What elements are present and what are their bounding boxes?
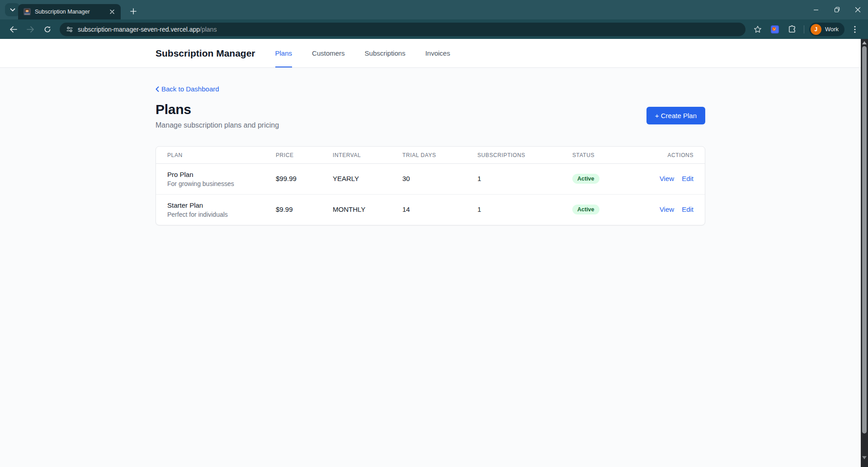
column-header-price: Price	[276, 147, 333, 164]
site-header: Subscription Manager Plans Customers Sub…	[0, 39, 861, 68]
scrollbar-thumb[interactable]	[862, 46, 867, 434]
table-row: Pro Plan For growing businesses $99.99 Y…	[156, 163, 705, 194]
new-tab-button[interactable]	[127, 5, 140, 18]
browser-tab[interactable]: Subscription Manager	[18, 4, 121, 19]
edit-link[interactable]: Edit	[682, 205, 693, 213]
edit-link[interactable]: Edit	[682, 175, 693, 182]
profile-chip[interactable]: J Work	[809, 23, 844, 36]
column-header-actions: Actions	[645, 147, 705, 164]
reload-button[interactable]	[40, 22, 55, 37]
view-link[interactable]: View	[660, 175, 674, 182]
page-title: Plans	[156, 102, 279, 117]
plans-table-card: Plan Price Interval Trial Days Subscript…	[156, 146, 705, 225]
column-header-plan: Plan	[156, 147, 276, 164]
plan-trial-days: 30	[402, 175, 410, 182]
chevron-left-icon	[156, 86, 159, 92]
page-scrollbar[interactable]	[861, 39, 868, 467]
plan-interval: YEARLY	[333, 175, 359, 182]
url-text: subscription-manager-seven-red.vercel.ap…	[78, 26, 217, 33]
address-bar[interactable]: subscription-manager-seven-red.vercel.ap…	[60, 23, 745, 36]
plan-price: $9.99	[276, 205, 293, 213]
browser-toolbar: subscription-manager-seven-red.vercel.ap…	[0, 19, 868, 39]
page-viewport: Subscription Manager Plans Customers Sub…	[0, 39, 861, 467]
plan-trial-days: 14	[402, 205, 410, 213]
plan-description: Perfect for individuals	[167, 211, 276, 218]
view-link[interactable]: View	[660, 205, 674, 213]
extension-app-icon[interactable]	[769, 23, 781, 36]
back-to-dashboard-link[interactable]: Back to Dashboard	[156, 85, 219, 93]
window-controls	[806, 0, 868, 19]
chevron-down-icon	[10, 8, 15, 12]
scrollbar-up-arrow[interactable]	[862, 41, 867, 44]
plan-price: $99.99	[276, 175, 297, 182]
column-header-interval: Interval	[333, 147, 402, 164]
create-plan-button[interactable]: + Create Plan	[646, 107, 705, 124]
column-header-trial-days: Trial Days	[402, 147, 477, 164]
profile-name: Work	[825, 26, 839, 33]
tab-title: Subscription Manager	[35, 9, 108, 15]
page-subtitle: Manage subscription plans and pricing	[156, 121, 279, 129]
minimize-button[interactable]	[806, 0, 826, 19]
plan-interval: MONTHLY	[333, 205, 365, 213]
tab-strip: Subscription Manager	[0, 0, 868, 19]
browser-window: Subscription Manager	[0, 0, 868, 467]
nav-tab-customers[interactable]: Customers	[312, 39, 345, 67]
plan-subscriptions: 1	[477, 205, 481, 213]
plan-description: For growing businesses	[167, 180, 276, 187]
bookmark-star-icon[interactable]	[751, 23, 764, 36]
toolbar-divider	[804, 25, 804, 33]
extensions-puzzle-icon[interactable]	[786, 23, 798, 36]
menu-kebab-icon[interactable]	[849, 23, 861, 36]
column-header-status: Status	[572, 147, 645, 164]
nav-tab-plans[interactable]: Plans	[275, 39, 292, 67]
plans-table: Plan Price Interval Trial Days Subscript…	[156, 147, 705, 225]
favicon	[24, 8, 31, 15]
plan-name: Starter Plan	[167, 201, 276, 209]
table-row: Starter Plan Perfect for individuals $9.…	[156, 194, 705, 225]
restore-button[interactable]	[826, 0, 847, 19]
plan-name: Pro Plan	[167, 171, 276, 178]
tab-close-icon[interactable]	[108, 8, 116, 16]
close-window-button[interactable]	[847, 0, 868, 19]
site-settings-icon[interactable]	[66, 26, 73, 33]
profile-avatar: J	[811, 24, 821, 35]
scrollbar-down-arrow[interactable]	[862, 456, 867, 459]
back-button[interactable]	[6, 22, 20, 37]
page-content: Back to Dashboard Plans Manage subscript…	[156, 68, 705, 225]
main-nav: Plans Customers Subscriptions Invoices	[275, 39, 450, 67]
column-header-subscriptions: Subscriptions	[477, 147, 572, 164]
status-badge: Active	[572, 174, 599, 184]
nav-tab-subscriptions[interactable]: Subscriptions	[365, 39, 406, 67]
app-brand: Subscription Manager	[156, 39, 255, 67]
plan-subscriptions: 1	[477, 175, 481, 182]
forward-button[interactable]	[23, 22, 38, 37]
nav-tab-invoices[interactable]: Invoices	[425, 39, 450, 67]
status-badge: Active	[572, 205, 599, 214]
